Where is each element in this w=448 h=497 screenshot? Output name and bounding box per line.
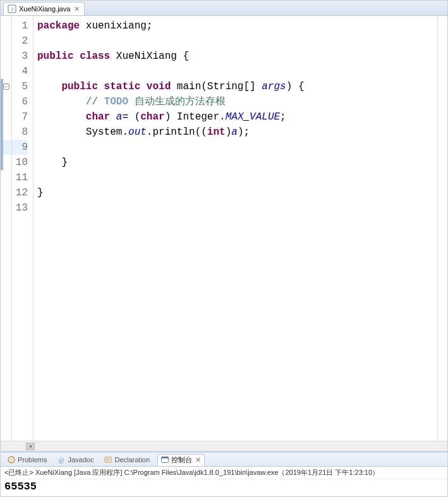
line-number: 12 <box>12 185 28 200</box>
line-number: 1 <box>12 18 28 34</box>
ruler-cell <box>1 64 11 79</box>
bottom-panel: ! Problems @ Javadoc Declaration 控制台 ✕ <… <box>1 451 447 496</box>
change-marker <box>1 79 3 170</box>
javadoc-icon: @ <box>57 455 66 464</box>
code-line[interactable]: // TODO 自动生成的方法存根 <box>37 94 437 109</box>
svg-text:J: J <box>11 6 13 12</box>
code-line[interactable]: public static void main(String[] args) { <box>37 79 437 94</box>
svg-rect-5 <box>105 457 111 462</box>
code-line[interactable] <box>37 140 437 155</box>
svg-rect-9 <box>162 457 169 459</box>
line-number: 2 <box>12 34 28 49</box>
code-line[interactable] <box>37 64 437 79</box>
line-number: 8 <box>12 125 28 140</box>
console-output: 65535 <box>1 479 447 496</box>
ruler-cell <box>1 18 11 34</box>
code-line[interactable] <box>37 170 437 185</box>
declaration-icon <box>104 455 112 464</box>
ruler-cell <box>1 49 11 64</box>
editor-tab[interactable]: J XueNiXiang.java ✕ <box>3 2 85 15</box>
line-number: 3 <box>12 49 28 64</box>
code-line[interactable]: public class XueNiXiang { <box>37 49 437 64</box>
svg-text:@: @ <box>59 457 64 463</box>
editor-tabbar: J XueNiXiang.java ✕ <box>1 1 447 16</box>
views-tabbar: ! Problems @ Javadoc Declaration 控制台 ✕ <box>1 453 447 467</box>
fold-toggle-icon[interactable]: − <box>3 83 9 90</box>
ruler-cell <box>1 200 11 216</box>
line-number: 10 <box>12 155 28 170</box>
console-icon <box>160 455 169 464</box>
line-number: 5 <box>12 79 28 94</box>
close-icon[interactable]: ✕ <box>194 456 202 463</box>
line-number: 13 <box>12 200 28 216</box>
code-line[interactable]: } <box>37 155 437 170</box>
code-line[interactable] <box>37 34 437 49</box>
tab-declaration[interactable]: Declaration <box>101 455 152 465</box>
ruler-cell <box>1 185 11 200</box>
code-line[interactable]: } <box>37 185 437 200</box>
tab-javadoc-label: Javadoc <box>68 456 94 463</box>
code-editor[interactable]: − 12345678910111213 package xuenixiang;p… <box>1 16 447 441</box>
line-number: 4 <box>12 64 28 79</box>
code-line[interactable]: System.out.println((int)a); <box>37 125 437 140</box>
line-number: 9 <box>12 140 28 155</box>
problems-icon: ! <box>7 455 16 464</box>
tab-problems-label: Problems <box>18 456 47 463</box>
java-file-icon: J <box>8 4 16 13</box>
scroll-left-icon[interactable]: ◂ <box>26 443 35 450</box>
code-line[interactable] <box>37 200 437 216</box>
code-line[interactable]: package xuenixiang; <box>37 18 437 34</box>
svg-text:!: ! <box>11 457 12 463</box>
ruler-cell <box>1 34 11 49</box>
ruler-cell <box>1 170 11 185</box>
console-status: <已终止> XueNiXiang [Java 应用程序] C:\Program … <box>1 467 447 479</box>
line-number: 6 <box>12 94 28 109</box>
line-number: 11 <box>12 170 28 185</box>
line-numbers: 12345678910111213 <box>12 16 33 441</box>
code-line[interactable]: char a= (char) Integer.MAX_VALUE; <box>37 109 437 125</box>
overview-ruler <box>437 16 447 441</box>
tab-javadoc[interactable]: @ Javadoc <box>54 455 96 465</box>
horizontal-scrollbar[interactable]: ◂ <box>1 441 447 451</box>
code-area[interactable]: package xuenixiang;public class XueNiXia… <box>33 16 437 441</box>
line-number: 7 <box>12 109 28 125</box>
tab-console[interactable]: 控制台 ✕ <box>157 454 205 466</box>
tab-console-label: 控制台 <box>171 455 192 465</box>
tab-problems[interactable]: ! Problems <box>4 455 49 465</box>
tab-declaration-label: Declaration <box>114 456 150 463</box>
close-icon[interactable]: ✕ <box>73 5 80 13</box>
editor-tab-label: XueNiXiang.java <box>19 5 70 13</box>
